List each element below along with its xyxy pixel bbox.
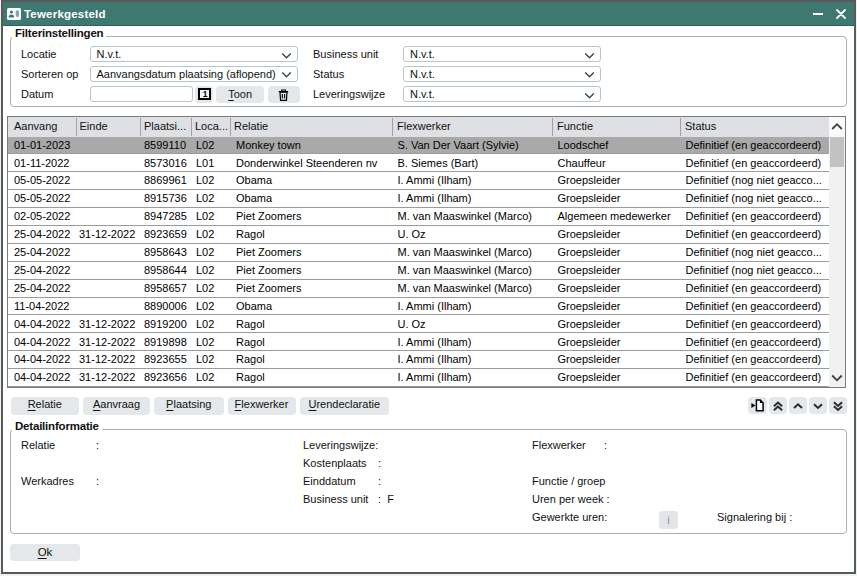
svg-text:1: 1 (202, 89, 207, 99)
